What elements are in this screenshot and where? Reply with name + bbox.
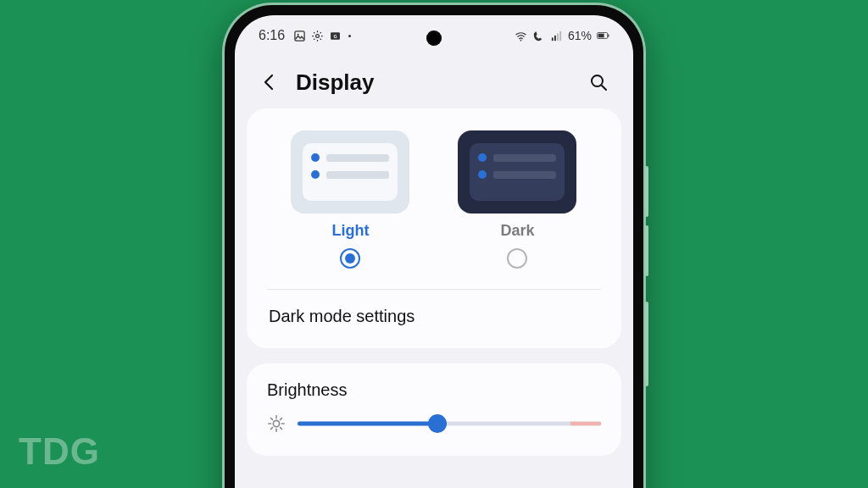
settings-icon: [311, 30, 324, 42]
brightness-slider[interactable]: [298, 413, 601, 434]
front-camera: [426, 30, 442, 46]
svg-text:G: G: [334, 33, 337, 38]
clock-text: 6:16: [259, 28, 285, 43]
svg-line-23: [270, 428, 272, 430]
volume-down-button[interactable]: [645, 225, 648, 276]
watermark-text: TDG: [19, 430, 100, 473]
dark-theme-radio[interactable]: [507, 248, 527, 269]
theme-option-light[interactable]: Light: [277, 130, 424, 269]
svg-line-22: [281, 428, 282, 430]
battery-percent-text: 61%: [568, 29, 592, 42]
light-theme-radio[interactable]: [340, 248, 360, 269]
brightness-fill: [298, 422, 437, 426]
brightness-thumb[interactable]: [428, 414, 447, 433]
svg-line-21: [270, 418, 272, 419]
svg-point-14: [592, 75, 603, 86]
light-theme-label: Light: [332, 222, 370, 240]
title-bar: Display: [235, 59, 633, 105]
svg-rect-8: [554, 35, 556, 40]
dark-theme-preview: [458, 130, 576, 214]
chevron-left-icon: [259, 72, 280, 92]
phone-screen: 6:16 G: [235, 15, 633, 488]
dark-mode-settings-row[interactable]: Dark mode settings: [267, 290, 601, 331]
svg-rect-7: [552, 37, 554, 41]
svg-point-6: [520, 39, 522, 41]
volte-icon: [532, 30, 545, 42]
svg-line-15: [602, 86, 606, 90]
phone-frame: 6:16 G: [225, 5, 643, 488]
brightness-card: Brightness: [247, 363, 621, 456]
volume-up-button[interactable]: [645, 166, 648, 217]
svg-point-2: [316, 34, 320, 37]
svg-line-24: [281, 418, 282, 419]
svg-point-16: [273, 420, 279, 426]
svg-point-1: [298, 33, 299, 35]
gallery-icon: [293, 30, 306, 42]
svg-rect-10: [559, 30, 561, 40]
back-button[interactable]: [257, 69, 282, 95]
wifi-icon: [515, 30, 527, 42]
dot-icon: [347, 30, 352, 42]
theme-option-dark[interactable]: Dark: [444, 130, 591, 269]
theme-card: Light Dark Da: [247, 108, 621, 348]
light-theme-preview: [291, 130, 409, 214]
battery-icon: [597, 30, 609, 42]
google-icon: G: [329, 30, 342, 42]
dark-theme-label: Dark: [500, 222, 534, 240]
svg-rect-12: [598, 34, 604, 38]
svg-point-5: [348, 35, 351, 37]
brightness-low-icon: [267, 414, 286, 433]
power-button[interactable]: [645, 302, 648, 386]
svg-rect-9: [557, 33, 559, 41]
brightness-title: Brightness: [267, 380, 601, 400]
svg-rect-13: [608, 34, 609, 36]
signal-icon: [550, 30, 563, 42]
page-title: Display: [296, 69, 572, 96]
svg-rect-0: [295, 30, 304, 40]
search-icon: [588, 72, 609, 92]
settings-content: Light Dark Da: [247, 108, 621, 456]
search-button[interactable]: [586, 69, 611, 95]
